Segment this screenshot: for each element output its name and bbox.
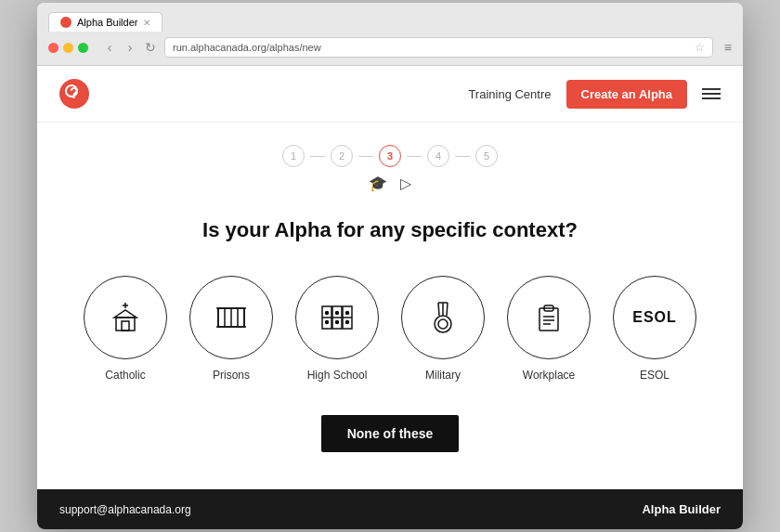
app-header: ? Training Centre Create an Alpha: [37, 66, 743, 123]
forward-button[interactable]: ›: [122, 39, 138, 56]
main-content: 1 2 3 4 5 🎓 ▷ Is your Alpha for any spec…: [37, 123, 743, 489]
svg-point-24: [346, 321, 349, 324]
footer-brand: Alpha Builder: [642, 502, 721, 516]
step-connector-3: [407, 156, 422, 157]
menu-line-2: [702, 93, 721, 95]
tab-favicon: [60, 17, 72, 28]
step-3[interactable]: 3: [379, 145, 401, 167]
high-school-label: High School: [307, 369, 368, 382]
url-text: run.alphacanada.org/alphas/new: [173, 42, 689, 53]
logo-symbol: ?: [70, 86, 79, 101]
high-school-circle: [295, 276, 379, 359]
esol-text: ESOL: [632, 309, 677, 326]
logo-icon: ?: [59, 79, 89, 109]
svg-point-25: [435, 316, 451, 332]
graduation-icon: 🎓: [369, 175, 387, 192]
step-connector-1: [310, 156, 325, 157]
svg-point-23: [336, 321, 339, 324]
step-5[interactable]: 5: [475, 145, 498, 167]
catholic-label: Catholic: [105, 369, 145, 382]
svg-line-27: [438, 303, 439, 316]
app-container: ? Training Centre Create an Alpha 1: [37, 66, 743, 529]
maximize-dot[interactable]: [78, 43, 88, 53]
step-2[interactable]: 2: [331, 145, 353, 167]
menu-line-1: [702, 88, 721, 90]
svg-rect-4: [122, 321, 129, 331]
svg-point-21: [346, 312, 349, 315]
context-option-esol[interactable]: ESOL ESOL: [613, 276, 696, 382]
address-bar[interactable]: run.alphacanada.org/alphas/new ☆: [164, 37, 713, 58]
prisons-circle: [189, 276, 273, 359]
header-right: Training Centre Create an Alpha: [468, 80, 721, 109]
menu-line-3: [702, 97, 721, 99]
context-option-prisons[interactable]: Prisons: [189, 276, 273, 382]
training-centre-link[interactable]: Training Centre: [468, 87, 551, 101]
svg-line-28: [447, 303, 448, 316]
hamburger-menu-icon[interactable]: [702, 88, 721, 99]
svg-marker-2: [114, 310, 136, 318]
browser-tab[interactable]: Alpha Builder ✕: [48, 12, 162, 32]
workplace-circle: [507, 276, 591, 359]
svg-point-22: [326, 321, 329, 324]
esol-circle: ESOL: [613, 276, 696, 359]
step-connector-2: [358, 156, 373, 157]
svg-point-19: [326, 312, 329, 315]
browser-window: Alpha Builder ✕ ‹ › ↻ run.alphacanada.or…: [37, 3, 743, 529]
step-type-icons: 🎓 ▷: [369, 175, 411, 192]
close-dot[interactable]: [48, 43, 58, 53]
step-1[interactable]: 1: [282, 145, 305, 167]
footer-email[interactable]: support@alphacanada.org: [59, 503, 191, 516]
military-circle: [401, 276, 485, 359]
chrome-menu-icon[interactable]: ≡: [724, 40, 732, 55]
browser-chrome: Alpha Builder ✕ ‹ › ↻ run.alphacanada.or…: [37, 3, 743, 66]
svg-point-20: [336, 312, 339, 315]
app-footer: support@alphacanada.org Alpha Builder: [37, 489, 743, 529]
step-4[interactable]: 4: [427, 145, 449, 167]
prisons-label: Prisons: [213, 369, 250, 382]
bookmark-icon[interactable]: ☆: [695, 41, 705, 54]
create-alpha-button[interactable]: Create an Alpha: [566, 80, 688, 109]
traffic-lights: [48, 43, 88, 53]
minimize-dot[interactable]: [63, 43, 73, 53]
context-option-workplace[interactable]: Workplace: [507, 276, 591, 382]
step-numbers: 1 2 3 4 5: [282, 145, 498, 167]
context-option-high-school[interactable]: High School: [295, 276, 379, 382]
question-text: Is your Alpha for any specific context?: [202, 218, 578, 242]
esol-label: ESOL: [640, 369, 670, 382]
workplace-label: Workplace: [523, 369, 575, 382]
none-of-these-button[interactable]: None of these: [321, 415, 460, 452]
context-options: Catholic: [84, 276, 696, 382]
svg-rect-3: [116, 318, 135, 331]
tab-title: Alpha Builder: [77, 17, 137, 28]
context-option-catholic[interactable]: Catholic: [84, 276, 167, 382]
svg-point-30: [438, 319, 448, 329]
step-indicator: 1 2 3 4 5 🎓 ▷: [282, 145, 498, 192]
catholic-circle: [84, 276, 167, 359]
step-connector-4: [455, 156, 470, 157]
context-option-military[interactable]: Military: [401, 276, 485, 382]
logo: ?: [59, 79, 89, 109]
military-label: Military: [425, 369, 461, 382]
tab-close-icon[interactable]: ✕: [143, 18, 150, 28]
play-icon: ▷: [400, 175, 411, 192]
back-button[interactable]: ‹: [101, 39, 118, 56]
refresh-button[interactable]: ↻: [142, 39, 159, 56]
